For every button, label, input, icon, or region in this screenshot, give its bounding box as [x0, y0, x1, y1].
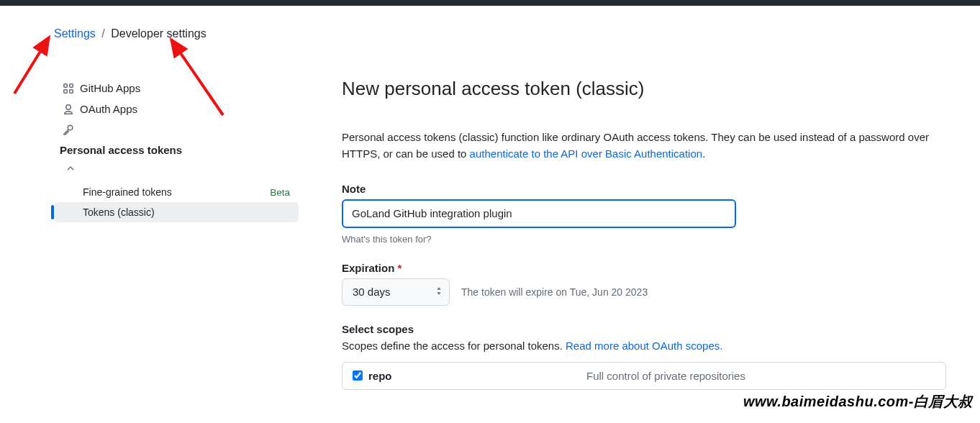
scopes-description: Scopes define the access for personal to… [342, 340, 946, 352]
scope-description: Full control of private repositories [586, 370, 745, 382]
sidebar-item-github-apps[interactable]: GitHub Apps [54, 78, 299, 99]
breadcrumb-settings-link[interactable]: Settings [54, 27, 96, 40]
required-asterisk: * [398, 262, 402, 274]
apps-icon [60, 83, 77, 94]
sidebar-header-pat[interactable]: Personal access tokens [54, 140, 299, 160]
breadcrumb: Settings / Developer settings [0, 6, 980, 40]
expiration-label: Expiration * [342, 262, 946, 274]
watermark: www.baimeidashu.com-白眉大叔 [743, 392, 973, 411]
scopes-table: repo Full control of private repositorie… [342, 362, 946, 390]
svg-point-0 [68, 125, 73, 130]
sidebar-item-oauth-apps[interactable]: OAuth Apps [54, 99, 299, 119]
beta-badge: Beta [270, 187, 290, 198]
breadcrumb-current: Developer settings [111, 27, 207, 40]
expiration-select-wrap: 30 days [342, 278, 450, 306]
sidebar: GitHub Apps OAuth Apps Personal access t… [54, 78, 299, 397]
scopes-learn-more-link[interactable]: Read more about OAuth scopes. [566, 340, 722, 352]
sidebar-subitem-fine-grained[interactable]: Fine-grained tokens Beta [54, 182, 299, 202]
sidebar-header-label: Personal access tokens [60, 144, 182, 156]
scopes-desc-text: Scopes define the access for personal to… [342, 340, 566, 352]
desc-text-2: . [702, 147, 705, 160]
sidebar-subitem-tokens-classic[interactable]: Tokens (classic) [54, 202, 299, 222]
page-description: Personal access tokens (classic) functio… [342, 129, 946, 163]
sidebar-subitem-label: Fine-grained tokens [83, 186, 172, 198]
expiration-block: Expiration * 30 days The token will expi… [342, 262, 946, 306]
key-icon [60, 124, 77, 135]
top-bar [0, 0, 980, 6]
scope-row-repo: repo Full control of private repositorie… [342, 363, 945, 389]
person-icon [60, 104, 77, 115]
sidebar-item-label: OAuth Apps [80, 103, 137, 115]
page-title: New personal access token (classic) [342, 78, 946, 100]
chevron-up-icon[interactable] [54, 160, 299, 182]
scopes-label: Select scopes [342, 323, 946, 335]
breadcrumb-separator: / [101, 27, 104, 40]
sidebar-subitem-label: Tokens (classic) [83, 206, 155, 218]
scope-name: repo [368, 370, 392, 382]
note-input[interactable] [342, 199, 736, 228]
expiration-label-text: Expiration [342, 262, 394, 274]
sidebar-item-label: GitHub Apps [80, 82, 140, 94]
scope-checkbox-repo[interactable] [353, 370, 363, 381]
note-field-block: Note What's this token for? [342, 183, 946, 245]
scopes-block: Select scopes Scopes define the access f… [342, 323, 946, 390]
note-label: Note [342, 183, 946, 195]
main-content: New personal access token (classic) Pers… [299, 78, 946, 397]
expiration-hint: The token will expire on Tue, Jun 20 202… [461, 286, 648, 298]
sidebar-key-icon-row [54, 119, 299, 140]
basic-auth-link[interactable]: authenticate to the API over Basic Authe… [470, 147, 703, 160]
note-help-text: What's this token for? [342, 234, 946, 245]
expiration-select[interactable]: 30 days [342, 278, 450, 306]
